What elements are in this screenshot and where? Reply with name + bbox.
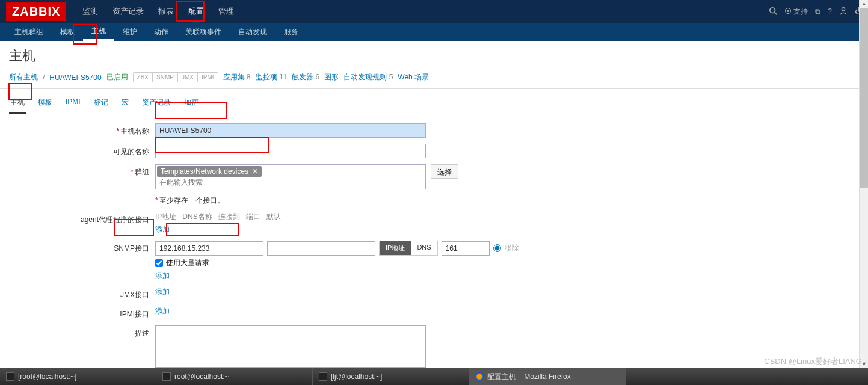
host-name-label: *主机名称	[0, 123, 155, 137]
bc-sep: /	[43, 73, 45, 82]
share-icon[interactable]: ⧉	[815, 7, 820, 16]
subnav-hosts[interactable]: 主机	[83, 23, 114, 41]
bc-all-hosts[interactable]: 所有主机	[9, 72, 38, 82]
bc-host[interactable]: HUAWEI-S5700	[49, 73, 101, 82]
page-title: 主机	[0, 41, 868, 70]
task-terminal-3[interactable]: [ljt@localhost:~]	[313, 368, 469, 385]
desc-label: 描述	[0, 325, 155, 339]
subnav-templates[interactable]: 模板	[52, 23, 83, 41]
desc-textarea[interactable]	[155, 325, 426, 368]
top-bar: ZABBIX 监测 资产记录 报表 配置 管理 ⦿ 支持 ⧉ ? ⏻	[0, 0, 868, 23]
svg-line-1	[775, 12, 777, 14]
scrollbar[interactable]: ▲ ▼	[859, 0, 868, 368]
terminal-icon	[319, 372, 327, 381]
agent-label: agent代理程序的接口	[0, 212, 155, 225]
subnav-correlation[interactable]: 关联项事件	[177, 23, 230, 41]
bulk-label: 使用大量请求	[166, 258, 209, 268]
tag-snmp: SNMP	[153, 73, 178, 82]
jmx-label: JMX接口	[0, 287, 155, 300]
topnav-inventory[interactable]: 资产记录	[105, 0, 151, 23]
groups-label: *群组	[0, 164, 155, 177]
tab-encryption[interactable]: 加密	[183, 94, 200, 114]
bc-status: 已启用	[106, 72, 128, 82]
toggle-ip[interactable]: IP地址	[380, 241, 411, 255]
bc-tags: ZBX SNMP JMX IPMI	[133, 72, 218, 82]
subnav-discovery[interactable]: 自动发现	[230, 23, 275, 41]
bc-applications[interactable]: 应用集 8	[223, 72, 251, 82]
task-terminal-1[interactable]: [root@localhost:~]	[0, 368, 156, 385]
logo[interactable]: ZABBIX	[6, 2, 66, 21]
tabs: 主机 模板 IPMI 标记 宏 资产记录 加密	[0, 89, 868, 114]
top-nav: 监测 资产记录 报表 配置 管理	[75, 0, 769, 23]
host-name-input[interactable]	[155, 123, 426, 138]
iface-headers: IP地址DNS名称连接到端口默认	[155, 212, 281, 222]
bc-graphs[interactable]: 图形	[324, 72, 339, 82]
select-button[interactable]: 选择	[431, 164, 458, 179]
subnav-maintenance[interactable]: 维护	[114, 23, 146, 41]
terminal-icon	[6, 372, 14, 381]
topnav-monitoring[interactable]: 监测	[75, 0, 105, 23]
help-icon[interactable]: ?	[828, 7, 832, 16]
tag-zbx: ZBX	[134, 73, 153, 82]
snmp-add-link[interactable]: 添加	[155, 271, 519, 281]
group-search-input[interactable]	[157, 177, 277, 188]
tab-ipmi[interactable]: IPMI	[64, 94, 82, 114]
subnav-hostgroups[interactable]: 主机群组	[6, 23, 52, 41]
group-chip: Templates/Network devices✕	[157, 166, 262, 177]
form: *主机名称 可见的名称 *群组 Templates/Network device…	[0, 114, 868, 368]
bulk-row: 使用大量请求	[155, 258, 519, 268]
scroll-thumb[interactable]	[860, 8, 868, 188]
tab-macros[interactable]: 宏	[120, 94, 130, 114]
bc-discovery[interactable]: 自动发现规则 5	[343, 72, 393, 82]
top-right: ⦿ 支持 ⧉ ? ⏻	[769, 7, 862, 17]
snmp-default-radio[interactable]	[493, 244, 501, 252]
bc-triggers[interactable]: 触发器 6	[292, 72, 319, 82]
jmx-add-link[interactable]: 添加	[155, 287, 170, 297]
sub-nav: 主机群组 模板 主机 维护 动作 关联项事件 自动发现 服务	[0, 23, 868, 41]
support-link[interactable]: ⦿ 支持	[784, 7, 808, 17]
topnav-administration[interactable]: 管理	[211, 0, 241, 23]
svg-point-2	[842, 7, 845, 10]
snmp-connect-toggle[interactable]: IP地址 DNS	[379, 241, 438, 256]
tab-inventory[interactable]: 资产记录	[141, 94, 172, 114]
subnav-actions[interactable]: 动作	[146, 23, 177, 41]
bulk-checkbox[interactable]	[155, 259, 163, 267]
firefox-icon	[475, 372, 484, 381]
svg-point-0	[770, 7, 775, 13]
topnav-reports[interactable]: 报表	[151, 0, 181, 23]
terminal-icon	[162, 372, 171, 381]
breadcrumb: 所有主机 / HUAWEI-S5700 已启用 ZBX SNMP JMX IPM…	[0, 70, 868, 89]
task-terminal-2[interactable]: root@localhost:~	[156, 368, 313, 385]
visible-name-label: 可见的名称	[0, 144, 155, 157]
toggle-dns[interactable]: DNS	[411, 241, 437, 255]
tag-jmx: JMX	[178, 73, 198, 82]
watermark: CSDN @Linux爱好者LIANG	[764, 356, 862, 367]
remove-group-icon[interactable]: ✕	[252, 167, 258, 176]
task-firefox[interactable]: 配置主机 – Mozilla Firefox	[469, 368, 626, 385]
tab-host[interactable]: 主机	[9, 94, 26, 114]
scroll-up-icon[interactable]: ▲	[860, 0, 868, 8]
taskbar: [root@localhost:~] root@localhost:~ [ljt…	[0, 368, 868, 385]
ipmi-label: IPMI接口	[0, 306, 155, 319]
snmp-remove-link: 移除	[505, 243, 519, 253]
tag-ipmi: IPMI	[198, 73, 218, 82]
snmp-port-input[interactable]	[442, 241, 490, 256]
bc-web[interactable]: Web 场景	[398, 72, 429, 82]
ipmi-add-link[interactable]: 添加	[155, 306, 170, 316]
search-icon[interactable]	[769, 7, 777, 17]
snmp-label: SNMP接口	[0, 241, 155, 254]
visible-name-input[interactable]	[155, 144, 426, 158]
tab-templates[interactable]: 模板	[37, 94, 54, 114]
tab-tags[interactable]: 标记	[93, 94, 109, 114]
subnav-services[interactable]: 服务	[275, 23, 307, 41]
agent-add-link[interactable]: 添加	[155, 224, 281, 235]
snmp-iface-row: IP地址 DNS 移除	[155, 241, 519, 256]
snmp-ip-input[interactable]	[155, 241, 263, 256]
snmp-dns-input[interactable]	[267, 241, 375, 256]
user-icon[interactable]	[839, 7, 848, 17]
min-iface-hint: *至少存在一个接口。	[155, 196, 224, 206]
topnav-configuration[interactable]: 配置	[181, 0, 211, 23]
groups-box[interactable]: Templates/Network devices✕	[155, 164, 426, 189]
bc-items[interactable]: 监控项 11	[256, 72, 288, 82]
